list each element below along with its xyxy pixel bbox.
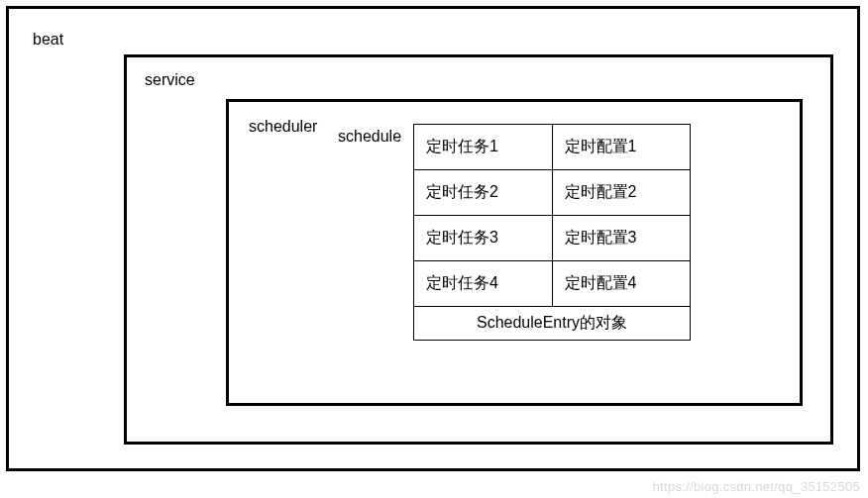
task-cell: 定时任务4	[414, 261, 553, 307]
scheduler-label: scheduler	[249, 118, 317, 136]
config-cell: 定时配置3	[552, 216, 691, 261]
beat-box: beat service scheduler schedule 定时任务1 定时…	[6, 6, 860, 471]
table-row: 定时任务2 定时配置2	[414, 170, 691, 216]
watermark: https://blog.csdn.net/qq_35152505	[653, 479, 860, 494]
beat-label: beat	[33, 31, 63, 49]
service-label: service	[145, 71, 195, 89]
schedule-table: 定时任务1 定时配置1 定时任务2 定时配置2 定时任务3 定时配置3 定时任务…	[413, 124, 691, 341]
service-box: service scheduler schedule 定时任务1 定时配置1 定…	[124, 54, 833, 445]
config-cell: 定时配置4	[552, 261, 691, 307]
table-row: 定时任务1 定时配置1	[414, 125, 691, 170]
config-cell: 定时配置2	[552, 170, 691, 216]
scheduler-box: scheduler schedule 定时任务1 定时配置1 定时任务2 定时配…	[226, 99, 803, 406]
table-row: 定时任务4 定时配置4	[414, 261, 691, 307]
task-cell: 定时任务1	[414, 125, 553, 170]
schedule-label: schedule	[338, 128, 401, 146]
schedule-caption: ScheduleEntry的对象	[414, 307, 691, 341]
task-cell: 定时任务3	[414, 216, 553, 261]
config-cell: 定时配置1	[552, 125, 691, 170]
task-cell: 定时任务2	[414, 170, 553, 216]
caption-row: ScheduleEntry的对象	[414, 307, 691, 341]
table-row: 定时任务3 定时配置3	[414, 216, 691, 261]
